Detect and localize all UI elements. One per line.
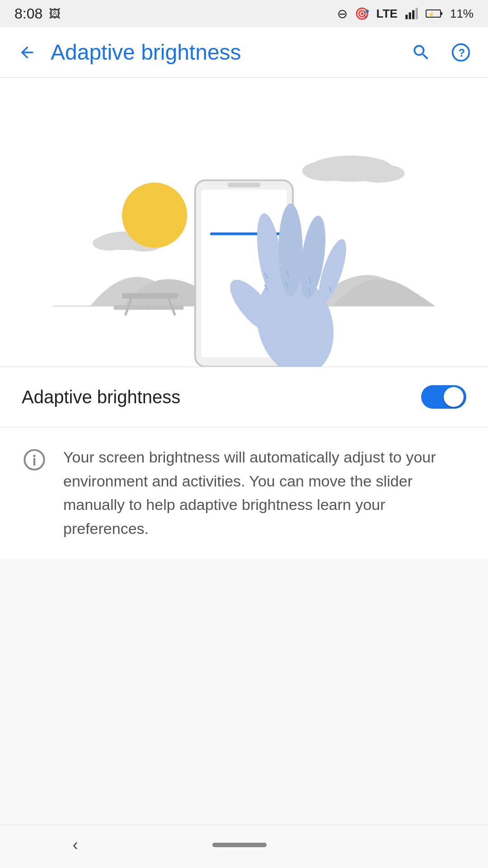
svg-rect-25 xyxy=(228,183,260,187)
adaptive-brightness-row: Adaptive brightness xyxy=(0,367,488,427)
svg-rect-2 xyxy=(412,10,414,19)
app-bar-actions: ? xyxy=(407,38,475,67)
adaptive-brightness-toggle[interactable] xyxy=(421,385,466,409)
signal-icon: 🎯 xyxy=(355,7,369,21)
svg-text:⚡: ⚡ xyxy=(428,11,435,18)
image-icon: 🖼 xyxy=(49,7,61,21)
svg-point-11 xyxy=(302,160,353,181)
svg-rect-18 xyxy=(122,293,178,298)
page-title: Adaptive brightness xyxy=(42,40,407,65)
svg-rect-5 xyxy=(441,12,442,15)
svg-line-41 xyxy=(330,288,331,291)
brightness-illustration xyxy=(0,78,488,367)
svg-point-12 xyxy=(353,164,404,183)
toggle-knob xyxy=(444,387,464,407)
lte-label: LTE xyxy=(376,7,398,21)
battery-icon: ⚡ xyxy=(426,8,443,19)
info-section: Your screen brightness will automaticall… xyxy=(0,427,488,559)
svg-point-14 xyxy=(93,236,125,250)
svg-rect-19 xyxy=(113,305,150,310)
status-bar: 8:08 🖼 ⊖ 🎯 LTE ⚡ 11% xyxy=(0,0,488,27)
info-description: Your screen brightness will automaticall… xyxy=(63,445,466,541)
help-button[interactable]: ? xyxy=(446,38,475,67)
content-filler xyxy=(0,559,488,825)
illustration-area xyxy=(0,78,488,367)
dnd-icon: ⊖ xyxy=(337,6,347,21)
back-button[interactable] xyxy=(13,38,42,67)
status-right: ⊖ 🎯 LTE ⚡ 11% xyxy=(337,6,474,21)
nav-back-button[interactable]: ‹ xyxy=(62,830,89,860)
status-time: 8:08 xyxy=(14,5,42,22)
svg-point-16 xyxy=(122,183,187,248)
svg-point-32 xyxy=(278,203,303,297)
battery-percentage: 11% xyxy=(450,7,474,21)
nav-home-pill[interactable] xyxy=(212,843,267,847)
signal-bars-icon xyxy=(405,7,418,20)
bottom-nav-bar: ‹ xyxy=(0,825,488,868)
svg-text:?: ? xyxy=(459,47,465,59)
svg-rect-20 xyxy=(146,305,183,310)
svg-rect-0 xyxy=(405,15,408,19)
info-icon xyxy=(22,447,47,472)
svg-rect-3 xyxy=(416,8,418,19)
search-button[interactable] xyxy=(407,38,436,67)
svg-rect-1 xyxy=(409,13,411,19)
app-bar: Adaptive brightness ? xyxy=(0,27,488,78)
status-left: 8:08 🖼 xyxy=(14,5,61,22)
adaptive-brightness-label: Adaptive brightness xyxy=(22,387,180,407)
